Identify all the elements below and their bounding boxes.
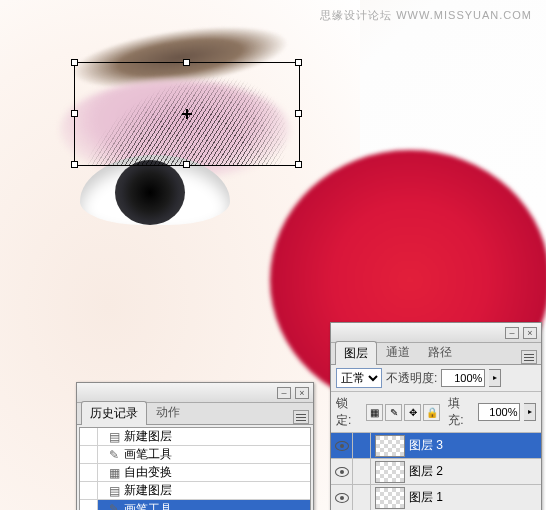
opacity-label: 不透明度:	[386, 370, 437, 387]
tab-actions[interactable]: 动作	[147, 400, 189, 424]
eye-icon	[335, 493, 349, 503]
close-icon[interactable]: ×	[523, 327, 537, 339]
history-flag[interactable]	[80, 464, 98, 481]
layer-thumbnail[interactable]	[375, 435, 405, 457]
transform-handle-mr[interactable]	[295, 110, 302, 117]
minimize-icon[interactable]: –	[277, 387, 291, 399]
history-step-icon	[104, 448, 124, 462]
history-step-label: 画笔工具	[124, 446, 172, 463]
history-tab-row: 历史记录 动作	[77, 403, 313, 425]
panel-menu-icon[interactable]	[521, 350, 537, 364]
layer-visibility-toggle[interactable]	[331, 459, 353, 484]
transform-bounding-box[interactable]	[74, 62, 300, 166]
layer-name[interactable]: 图层 1	[409, 489, 443, 506]
layers-list: 图层 3图层 2图层 1背景	[331, 433, 541, 510]
panel-menu-icon[interactable]	[293, 410, 309, 424]
layer-visibility-toggle[interactable]	[331, 485, 353, 510]
history-step-label: 自由变换	[124, 464, 172, 481]
layer-link-cell[interactable]	[353, 485, 371, 510]
layer-name[interactable]: 图层 2	[409, 463, 443, 480]
lock-label: 锁定:	[336, 395, 362, 429]
fill-input[interactable]: 100%	[478, 403, 520, 421]
history-flag[interactable]	[80, 446, 98, 463]
fill-label: 填充:	[448, 395, 474, 429]
layers-panel: – × 图层 通道 路径 正常 不透明度: 100% ▸ 锁定: ▦ ✎ ✥ 🔒…	[330, 322, 542, 510]
eye-icon	[335, 441, 349, 451]
eye-icon	[335, 467, 349, 477]
history-flag[interactable]	[80, 428, 98, 445]
history-item[interactable]: 新建图层	[80, 428, 310, 446]
transform-handle-tl[interactable]	[71, 59, 78, 66]
opacity-arrow-icon[interactable]: ▸	[489, 369, 501, 387]
lock-all-icon[interactable]: 🔒	[423, 404, 440, 421]
layer-thumbnail[interactable]	[375, 461, 405, 483]
layer-name[interactable]: 图层 3	[409, 437, 443, 454]
transform-handle-bl[interactable]	[71, 161, 78, 168]
minimize-icon[interactable]: –	[505, 327, 519, 339]
history-step-icon	[104, 430, 124, 444]
blend-mode-select[interactable]: 正常	[336, 368, 382, 388]
tab-paths[interactable]: 路径	[419, 340, 461, 364]
layer-row[interactable]: 图层 1	[331, 485, 541, 510]
layer-link-cell[interactable]	[353, 433, 371, 458]
layers-tab-row: 图层 通道 路径	[331, 343, 541, 365]
transform-handle-bm[interactable]	[183, 161, 190, 168]
history-step-icon	[104, 466, 124, 480]
transform-center-point[interactable]	[182, 109, 192, 119]
history-list: 新建图层画笔工具自由变换新建图层▶画笔工具	[79, 427, 311, 510]
opacity-input[interactable]: 100%	[441, 369, 485, 387]
history-item[interactable]: ▶画笔工具	[80, 500, 310, 510]
history-item[interactable]: 自由变换	[80, 464, 310, 482]
transform-handle-tm[interactable]	[183, 59, 190, 66]
layer-thumbnail[interactable]	[375, 487, 405, 509]
history-flag[interactable]	[80, 482, 98, 499]
tab-layers[interactable]: 图层	[335, 341, 377, 365]
lock-row: 锁定: ▦ ✎ ✥ 🔒 填充: 100% ▸	[331, 392, 541, 433]
history-panel-titlebar[interactable]: – ×	[77, 383, 313, 403]
transform-handle-br[interactable]	[295, 161, 302, 168]
history-step-label: 新建图层	[124, 482, 172, 499]
lock-pixels-icon[interactable]: ✎	[385, 404, 402, 421]
layer-row[interactable]: 图层 3	[331, 433, 541, 459]
tab-channels[interactable]: 通道	[377, 340, 419, 364]
history-step-label: 画笔工具	[124, 501, 172, 511]
close-icon[interactable]: ×	[295, 387, 309, 399]
photo-iris	[115, 160, 185, 225]
lock-position-icon[interactable]: ✥	[404, 404, 421, 421]
history-step-icon	[104, 502, 124, 510]
layer-visibility-toggle[interactable]	[331, 433, 353, 458]
watermark-text: 思缘设计论坛 WWW.MISSYUAN.COM	[320, 8, 532, 23]
layer-row[interactable]: 图层 2	[331, 459, 541, 485]
history-item[interactable]: 画笔工具	[80, 446, 310, 464]
transform-handle-ml[interactable]	[71, 110, 78, 117]
layer-link-cell[interactable]	[353, 459, 371, 484]
lock-icons: ▦ ✎ ✥ 🔒	[366, 404, 440, 421]
history-flag[interactable]: ▶	[80, 500, 98, 510]
layer-options-row: 正常 不透明度: 100% ▸	[331, 365, 541, 392]
transform-handle-tr[interactable]	[295, 59, 302, 66]
fill-arrow-icon[interactable]: ▸	[524, 403, 536, 421]
history-panel: – × 历史记录 动作 新建图层画笔工具自由变换新建图层▶画笔工具 ▣ ◉ 🗑	[76, 382, 314, 510]
lock-transparency-icon[interactable]: ▦	[366, 404, 383, 421]
tab-history[interactable]: 历史记录	[81, 401, 147, 425]
history-step-icon	[104, 484, 124, 498]
history-step-label: 新建图层	[124, 428, 172, 445]
history-item[interactable]: 新建图层	[80, 482, 310, 500]
